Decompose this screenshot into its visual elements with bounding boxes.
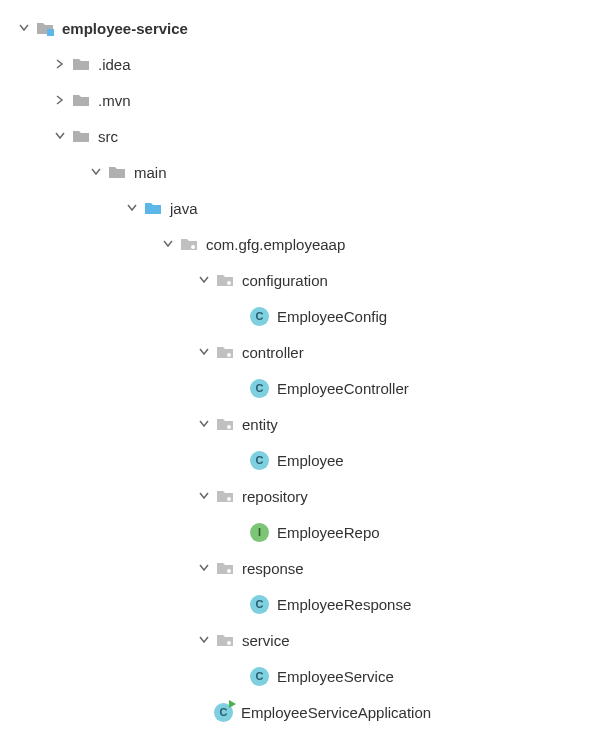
tree-item-entity[interactable]: entity [14,406,600,442]
tree-item-idea[interactable]: .idea [14,46,600,82]
tree-item-service[interactable]: service [14,622,600,658]
tree-item-package[interactable]: com.gfg.employeaap [14,226,600,262]
chevron-down-icon[interactable] [158,239,178,249]
tree-item-employee-controller[interactable]: C EmployeeController [14,370,600,406]
tree-item-employee-response[interactable]: C EmployeeResponse [14,586,600,622]
package-icon [214,486,236,506]
tree-item-label: repository [242,488,308,505]
module-folder-icon [34,18,56,38]
tree-item-label: .mvn [98,92,131,109]
package-icon [214,630,236,650]
folder-icon [106,162,128,182]
package-icon [214,270,236,290]
chevron-down-icon[interactable] [14,23,34,33]
tree-item-employee-service[interactable]: C EmployeeService [14,658,600,694]
tree-item-label: com.gfg.employeaap [206,236,345,253]
tree-item-employee-config[interactable]: C EmployeeConfig [14,298,600,334]
package-icon [214,558,236,578]
tree-item-employee[interactable]: C Employee [14,442,600,478]
tree-item-label: entity [242,416,278,433]
chevron-down-icon[interactable] [194,419,214,429]
folder-icon [70,90,92,110]
tree-item-mvn[interactable]: .mvn [14,82,600,118]
tree-item-label: controller [242,344,304,361]
chevron-right-icon[interactable] [50,59,70,69]
tree-item-label: .idea [98,56,131,73]
class-icon: C [250,307,269,326]
tree-item-label: response [242,560,304,577]
chevron-down-icon[interactable] [194,491,214,501]
folder-icon [70,126,92,146]
tree-item-label: employee-service [62,20,188,37]
chevron-down-icon[interactable] [194,563,214,573]
tree-item-configuration[interactable]: configuration [14,262,600,298]
tree-item-controller[interactable]: controller [14,334,600,370]
tree-item-label: configuration [242,272,328,289]
chevron-down-icon[interactable] [194,347,214,357]
chevron-down-icon[interactable] [122,203,142,213]
tree-item-label: EmployeeConfig [277,308,387,325]
tree-item-label: EmployeeService [277,668,394,685]
interface-icon: I [250,523,269,542]
tree-item-label: service [242,632,290,649]
source-folder-icon [142,198,164,218]
tree-item-label: EmployeeRepo [277,524,380,541]
tree-item-label: src [98,128,118,145]
tree-item-root[interactable]: employee-service [14,10,600,46]
tree-item-response[interactable]: response [14,550,600,586]
tree-item-label: EmployeeResponse [277,596,411,613]
tree-item-label: Employee [277,452,344,469]
tree-item-src[interactable]: src [14,118,600,154]
run-arrow-icon [229,700,236,708]
tree-item-employee-repo[interactable]: I EmployeeRepo [14,514,600,550]
chevron-down-icon[interactable] [50,131,70,141]
tree-item-label: main [134,164,167,181]
package-icon [178,234,200,254]
class-icon: C [250,595,269,614]
folder-icon [70,54,92,74]
tree-item-application[interactable]: C EmployeeServiceApplication [14,694,600,730]
class-icon: C [250,379,269,398]
tree-item-repository[interactable]: repository [14,478,600,514]
tree-item-label: java [170,200,198,217]
tree-item-label: EmployeeServiceApplication [241,704,431,721]
chevron-right-icon[interactable] [50,95,70,105]
class-icon: C [250,667,269,686]
runnable-class-icon: C [214,703,233,722]
class-icon: C [250,451,269,470]
package-icon [214,414,236,434]
tree-item-label: EmployeeController [277,380,409,397]
chevron-down-icon[interactable] [86,167,106,177]
tree-item-java[interactable]: java [14,190,600,226]
tree-item-main[interactable]: main [14,154,600,190]
chevron-down-icon[interactable] [194,275,214,285]
package-icon [214,342,236,362]
chevron-down-icon[interactable] [194,635,214,645]
